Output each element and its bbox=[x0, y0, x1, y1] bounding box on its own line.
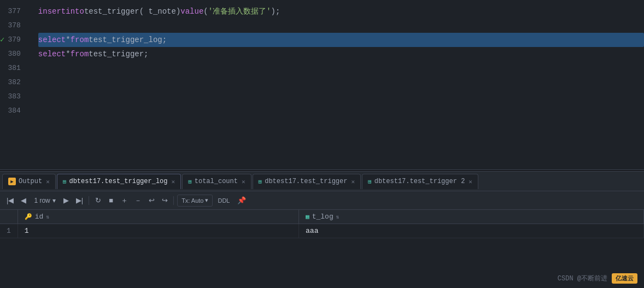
row-count-button[interactable]: 1 row ▾ bbox=[31, 196, 58, 205]
tab-output[interactable]: ▶ Output ✕ bbox=[2, 174, 56, 189]
tab-test-trigger2[interactable]: ⊞ dbtest17.test_trigger 2 ✕ bbox=[362, 174, 478, 189]
code-line-378 bbox=[38, 19, 644, 33]
tx-auto-chevron: ▾ bbox=[205, 197, 208, 204]
sym-star: * bbox=[66, 34, 70, 46]
kw-insert: insert bbox=[38, 5, 66, 17]
first-page-button[interactable]: |◀ bbox=[4, 194, 16, 207]
output-icon: ▶ bbox=[8, 178, 16, 185]
tab-total-count[interactable]: ⊞ total_count ✕ bbox=[182, 174, 251, 189]
line-num-text: 384 bbox=[8, 105, 20, 117]
ddl-label: DDL bbox=[218, 197, 230, 204]
code-line-380: select * from test_trigger; bbox=[38, 47, 644, 61]
next-page-button[interactable]: ▶ bbox=[61, 194, 72, 207]
cell-id: 1 bbox=[17, 224, 298, 238]
sym-close: ); bbox=[271, 5, 280, 17]
line-num-text: 377 bbox=[8, 6, 20, 17]
col-rownum bbox=[0, 210, 17, 224]
line-380: 380 bbox=[0, 47, 25, 61]
col-icon: ▦ bbox=[306, 213, 309, 220]
check-icon: ✓ bbox=[0, 34, 4, 46]
watermark-text: CSDN @不断前进 bbox=[558, 274, 607, 283]
col-id[interactable]: 🔑 id ⇅ bbox=[17, 210, 298, 224]
prev-page-button[interactable]: ◀ bbox=[18, 194, 29, 207]
code-line-381 bbox=[38, 61, 644, 75]
refresh-button[interactable]: ↻ bbox=[92, 194, 103, 207]
tbl-trigger-log: test_trigger_log; bbox=[89, 34, 167, 46]
tab-total-count-close[interactable]: ✕ bbox=[242, 178, 245, 185]
sep-2 bbox=[173, 196, 174, 205]
kw-value: value bbox=[180, 5, 203, 17]
sep-1 bbox=[89, 196, 89, 205]
tbl-trigger2: test_trigger; bbox=[89, 48, 148, 60]
tab-total-count-label: total_count bbox=[195, 178, 238, 185]
row-count-chevron: ▾ bbox=[52, 197, 56, 204]
col-id-sort: ⇅ bbox=[46, 214, 49, 220]
col-tlog[interactable]: ▦ t_log ⇅ bbox=[299, 210, 644, 224]
key-icon: 🔑 bbox=[25, 213, 32, 220]
ddl-button[interactable]: DDL bbox=[215, 195, 232, 207]
table-icon-2: ⊞ bbox=[188, 178, 192, 185]
cell-tlog: aaa bbox=[299, 224, 644, 238]
code-line-379: select * from test_trigger_log; bbox=[38, 33, 644, 47]
stop-button[interactable]: ■ bbox=[106, 194, 116, 207]
kw-select: select bbox=[38, 34, 66, 46]
code-content[interactable]: insert into test_trigger( t_note) value … bbox=[32, 0, 644, 169]
tx-auto-label: Tx: Auto bbox=[182, 197, 203, 204]
tab-output-close[interactable]: ✕ bbox=[46, 178, 50, 185]
tabs-row: ▶ Output ✕ ⊞ dbtest17.test_trigger_log ✕… bbox=[0, 172, 644, 191]
row-count-text: 1 row bbox=[34, 197, 50, 204]
tab-test-trigger[interactable]: ⊞ dbtest17.test_trigger ✕ bbox=[253, 174, 361, 189]
line-384: 384 bbox=[0, 104, 25, 118]
pin-button[interactable]: 📌 bbox=[235, 194, 248, 207]
line-381: 381 bbox=[0, 61, 25, 75]
line-num-text: 382 bbox=[8, 77, 20, 89]
tab-test-trigger2-close[interactable]: ✕ bbox=[469, 178, 472, 185]
col-id-label: id bbox=[35, 213, 44, 221]
tab-test-trigger-close[interactable]: ✕ bbox=[351, 178, 355, 185]
tab-trigger-log-label: dbtest17.test_trigger_log bbox=[69, 178, 167, 185]
kw-from2: from bbox=[71, 48, 89, 60]
cell-rownum: 1 bbox=[0, 224, 17, 238]
line-383: 383 bbox=[0, 90, 25, 104]
table-icon-1: ⊞ bbox=[63, 178, 67, 185]
result-panel: ▶ Output ✕ ⊞ dbtest17.test_trigger_log ✕… bbox=[0, 172, 644, 288]
revert-button[interactable]: ↪ bbox=[159, 194, 170, 207]
kw-select2: select bbox=[38, 48, 66, 60]
str-value: '准备插入数据了' bbox=[208, 5, 271, 17]
watermark-badge: 亿速云 bbox=[612, 273, 637, 284]
line-379: ✓ 379 bbox=[0, 33, 25, 47]
line-num-text: 381 bbox=[8, 63, 20, 74]
kw-into: into bbox=[66, 5, 84, 17]
table-icon-3: ⊞ bbox=[259, 178, 262, 185]
table-row[interactable]: 1 1 aaa bbox=[0, 224, 644, 238]
col-tlog-sort: ⇅ bbox=[336, 214, 339, 220]
last-page-button[interactable]: ▶| bbox=[74, 194, 85, 207]
tbl-test-trigger: test_trigger( t_note) bbox=[84, 5, 180, 17]
remove-button[interactable]: － bbox=[132, 194, 144, 207]
line-num-text: 380 bbox=[8, 49, 20, 60]
line-num-text: 378 bbox=[8, 20, 20, 32]
line-num-text: 379 bbox=[8, 34, 20, 46]
code-line-377: insert into test_trigger( t_note) value … bbox=[38, 4, 644, 19]
tab-trigger-log[interactable]: ⊞ dbtest17.test_trigger_log ✕ bbox=[57, 174, 181, 189]
result-table: 🔑 id ⇅ ▦ t_log ⇅ bbox=[0, 210, 644, 238]
data-grid[interactable]: 🔑 id ⇅ ▦ t_log ⇅ bbox=[0, 210, 644, 288]
code-line-384 bbox=[38, 104, 644, 118]
editor-area: 377 378 ✓ 379 380 381 382 383 384 bbox=[0, 0, 644, 169]
line-numbers: 377 378 ✓ 379 380 381 382 383 384 bbox=[0, 0, 32, 169]
add-button[interactable]: ＋ bbox=[119, 194, 130, 207]
toolbar-row: |◀ ◀ 1 row ▾ ▶ ▶| ↻ ■ ＋ － ↩ ↪ bbox=[0, 191, 644, 210]
code-line-383 bbox=[38, 90, 644, 104]
tab-output-label: Output bbox=[19, 178, 42, 185]
line-num-text: 383 bbox=[8, 91, 20, 103]
line-378: 378 bbox=[0, 19, 25, 33]
line-377: 377 bbox=[0, 4, 25, 19]
col-tlog-label: t_log bbox=[312, 213, 333, 221]
sym-star2: * bbox=[66, 48, 70, 60]
undo-button[interactable]: ↩ bbox=[146, 194, 157, 207]
tx-auto-button[interactable]: Tx: Auto ▾ bbox=[177, 195, 213, 207]
tab-test-trigger2-label: dbtest17.test_trigger 2 bbox=[374, 178, 465, 185]
tab-trigger-log-close[interactable]: ✕ bbox=[172, 178, 175, 185]
tab-test-trigger-label: dbtest17.test_trigger bbox=[265, 178, 347, 185]
table-icon-4: ⊞ bbox=[368, 178, 372, 185]
